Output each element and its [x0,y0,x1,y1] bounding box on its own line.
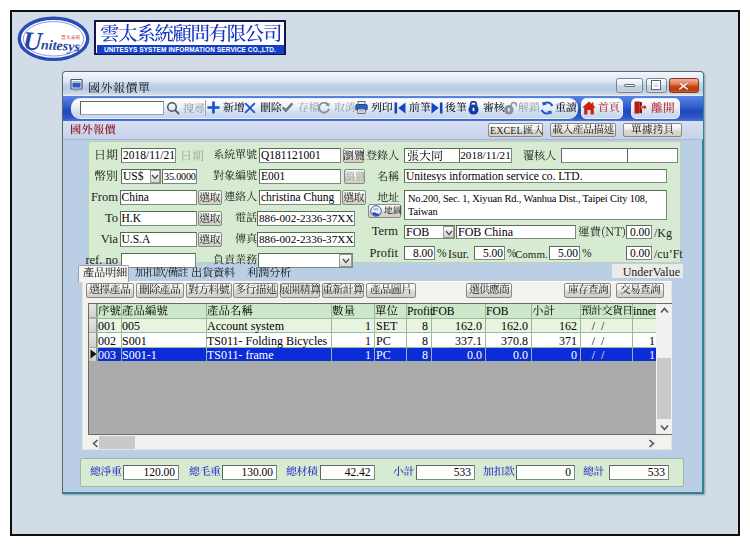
svg-text:nitesys: nitesys [41,37,81,54]
